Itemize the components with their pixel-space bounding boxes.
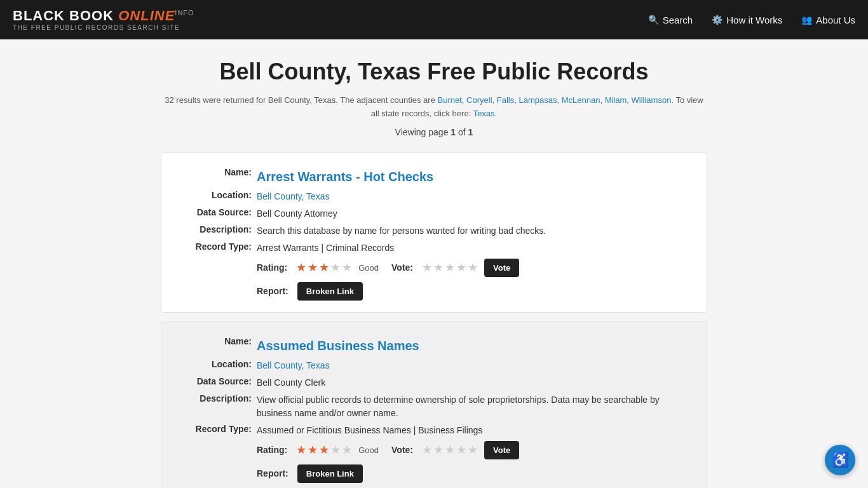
logo-info: INFO: [175, 9, 194, 17]
vote-star-5[interactable]: ★: [468, 262, 478, 273]
paging: Viewing page 1 of 1: [161, 127, 707, 137]
record-description-row-2: Description: View official public record…: [180, 393, 688, 420]
nav-how-label: How it Works: [726, 15, 782, 25]
star-r2-2: ★: [308, 444, 318, 456]
page-title: Bell County, Texas Free Public Records: [161, 58, 707, 85]
record-type-label: Record Type:: [180, 241, 257, 252]
record-location-link-2[interactable]: Bell County, Texas: [257, 360, 330, 370]
rating-stars-1: ★ ★ ★ ★ ★: [296, 262, 352, 273]
record-description-row: Description: Search this database by nam…: [180, 224, 688, 238]
people-icon: 👥: [801, 15, 812, 25]
record-description-value: Search this database by name for persons…: [257, 224, 546, 238]
nav-search[interactable]: 🔍 Search: [648, 15, 693, 25]
logo-area: BLACK BOOK ONLINEINFO THE FREE PUBLIC RE…: [13, 8, 194, 30]
adjacent-county-milam[interactable]: Milam: [605, 95, 627, 105]
adjacent-county-falls[interactable]: Falls: [497, 95, 514, 105]
record-type-label-2: Record Type:: [180, 424, 257, 434]
vote-label-1: Vote:: [391, 262, 413, 273]
rating-stars-2: ★ ★ ★ ★ ★: [296, 444, 352, 456]
nav-search-label: Search: [663, 15, 693, 25]
record-card-arrest-warrants: Name: Arrest Warrants - Hot Checks Locat…: [161, 152, 707, 313]
site-header: BLACK BOOK ONLINEINFO THE FREE PUBLIC RE…: [0, 0, 868, 39]
vote-star-3[interactable]: ★: [445, 262, 455, 273]
nav-about-us[interactable]: 👥 About Us: [801, 15, 855, 25]
vote-star-r2-1[interactable]: ★: [422, 444, 432, 456]
record-name-link-arrest-warrants[interactable]: Arrest Warrants - Hot Checks: [257, 170, 433, 184]
vote-star-4[interactable]: ★: [456, 262, 466, 273]
paging-text: Viewing page 1 of 1: [395, 127, 473, 137]
location-label: Location:: [180, 190, 257, 200]
name-label-2: Name:: [180, 336, 257, 346]
rating-label-2: Rating:: [257, 445, 287, 455]
record-type-value: Arrest Warrants | Criminal Records: [257, 241, 394, 255]
name-label: Name:: [180, 167, 257, 177]
paging-current: 1: [451, 127, 456, 137]
star-5: ★: [342, 262, 352, 273]
record-name-value-2: Assumed Business Names: [257, 336, 419, 355]
adjacent-county-coryell[interactable]: Coryell: [466, 95, 492, 105]
vote-star-r2-5[interactable]: ★: [468, 444, 478, 456]
nav-about-label: About Us: [816, 15, 855, 25]
vote-star-r2-2[interactable]: ★: [433, 444, 444, 456]
record-location-link[interactable]: Bell County, Texas: [257, 191, 330, 201]
star-2: ★: [308, 262, 318, 273]
gear-icon: ⚙️: [712, 15, 722, 25]
vote-stars-2: ★ ★ ★ ★ ★: [422, 444, 478, 456]
rating-row-1: Rating: ★ ★ ★ ★ ★ Good Vote: ★ ★ ★ ★ ★ V…: [180, 259, 688, 277]
record-location-value: Bell County, Texas: [257, 190, 330, 203]
record-location-value-2: Bell County, Texas: [257, 359, 330, 372]
datasource-label: Data Source:: [180, 207, 257, 217]
record-name-value: Arrest Warrants - Hot Checks: [257, 167, 433, 186]
vote-star-r2-4[interactable]: ★: [456, 444, 466, 456]
vote-stars-1: ★ ★ ★ ★ ★: [422, 262, 478, 273]
vote-star-1[interactable]: ★: [422, 262, 432, 273]
star-1: ★: [296, 262, 306, 273]
logo-subtitle: THE FREE PUBLIC RECORDS SEARCH SITE: [13, 24, 194, 31]
vote-button-2[interactable]: Vote: [484, 441, 519, 459]
rating-good-text-2: Good: [358, 445, 379, 455]
report-row-2: Report: Broken Link: [180, 464, 688, 483]
paging-total: 1: [468, 127, 473, 137]
vote-star-2[interactable]: ★: [433, 262, 444, 273]
record-datasource-value-2: Bell County Clerk: [257, 376, 325, 390]
record-name-row: Name: Arrest Warrants - Hot Checks: [180, 167, 688, 186]
description-label: Description:: [180, 224, 257, 234]
search-icon: 🔍: [648, 15, 659, 25]
star-r2-1: ★: [296, 444, 306, 456]
rating-label-1: Rating:: [257, 262, 287, 273]
datasource-label-2: Data Source:: [180, 376, 257, 386]
description-label-2: Description:: [180, 393, 257, 403]
record-type-row: Record Type: Arrest Warrants | Criminal …: [180, 241, 688, 255]
record-datasource-value: Bell County Attorney: [257, 207, 337, 220]
vote-star-r2-3[interactable]: ★: [445, 444, 455, 456]
accessibility-icon: ♿: [832, 452, 849, 468]
record-type-row-2: Record Type: Assumed or Fictitious Busin…: [180, 424, 688, 437]
main-content: Bell County, Texas Free Public Records 3…: [148, 39, 720, 488]
accessibility-button[interactable]: ♿: [825, 445, 855, 475]
adjacent-county-burnet[interactable]: Burnet: [438, 95, 462, 105]
nav-how-it-works[interactable]: ⚙️ How it Works: [712, 15, 782, 25]
record-name-link-assumed-business[interactable]: Assumed Business Names: [257, 339, 419, 353]
record-location-row: Location: Bell County, Texas: [180, 190, 688, 203]
rating-good-text-1: Good: [358, 263, 379, 273]
results-summary: 32 results were returned for Bell County…: [161, 94, 707, 121]
record-card-assumed-business: Name: Assumed Business Names Location: B…: [161, 322, 707, 488]
adjacent-county-lampasas[interactable]: Lampasas: [519, 95, 557, 105]
star-r2-3: ★: [319, 444, 329, 456]
star-4: ★: [330, 262, 341, 273]
adjacent-county-mclennan[interactable]: McLennan: [562, 95, 600, 105]
broken-link-button-2[interactable]: Broken Link: [297, 464, 363, 483]
logo-online: ONLINE: [118, 8, 175, 24]
main-nav: 🔍 Search ⚙️ How it Works 👥 About Us: [648, 15, 855, 25]
report-label-2: Report:: [257, 468, 288, 478]
rating-row-2: Rating: ★ ★ ★ ★ ★ Good Vote: ★ ★ ★ ★ ★ V…: [180, 441, 688, 459]
star-r2-4: ★: [330, 444, 341, 456]
adjacent-county-williamson[interactable]: Williamson: [632, 95, 672, 105]
report-row-1: Report: Broken Link: [180, 282, 688, 301]
vote-button-1[interactable]: Vote: [484, 259, 519, 277]
star-3: ★: [319, 262, 329, 273]
broken-link-button-1[interactable]: Broken Link: [297, 282, 363, 301]
state-link-texas[interactable]: Texas: [473, 109, 495, 118]
star-r2-5: ★: [342, 444, 352, 456]
logo-title: BLACK BOOK ONLINEINFO: [13, 8, 194, 24]
